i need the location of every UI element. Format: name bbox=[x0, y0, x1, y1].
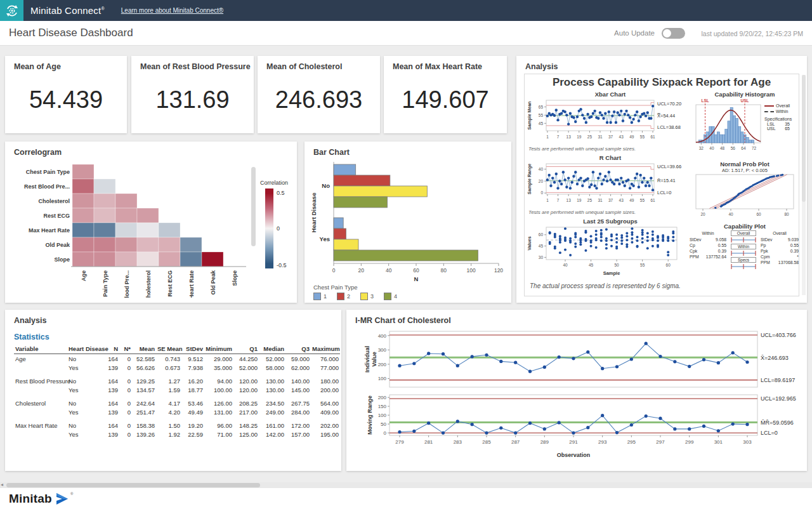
svg-text:1: 1 bbox=[546, 135, 549, 139]
toggle-knob bbox=[663, 29, 671, 37]
svg-text:289: 289 bbox=[540, 439, 549, 445]
colorbar-tick: -0.5 bbox=[277, 262, 287, 268]
minitab-footer-logo[interactable]: Minitab ® bbox=[9, 492, 73, 506]
svg-text:100: 100 bbox=[378, 413, 387, 418]
svg-text:49: 49 bbox=[629, 198, 634, 202]
svg-text:No: No bbox=[322, 182, 330, 189]
svg-text:30: 30 bbox=[539, 255, 544, 260]
svg-text:0: 0 bbox=[332, 267, 336, 274]
svg-text:60: 60 bbox=[666, 263, 671, 267]
correlogram-heatmap[interactable]: Chest Pain TypeRest Blood Pre...Choleste… bbox=[9, 158, 263, 300]
svg-text:LCL=0: LCL=0 bbox=[657, 190, 671, 195]
svg-text:N: N bbox=[414, 275, 419, 282]
table-row: Yes1390139.261.9222.5971.00125.00142.001… bbox=[14, 430, 340, 439]
svg-text:Chest Pain Type: Chest Pain Type bbox=[102, 270, 108, 298]
footer-reg-mark: ® bbox=[70, 492, 73, 496]
svg-text:37: 37 bbox=[608, 135, 613, 139]
svg-text:25: 25 bbox=[587, 135, 593, 139]
horizontal-scrollbar[interactable]: ◂ bbox=[0, 482, 812, 488]
table-row: Yes139056.6260.6737.93835.00052.00058.00… bbox=[14, 363, 340, 372]
svg-text:Cholesterol: Cholesterol bbox=[38, 198, 70, 204]
scrollbar-thumb[interactable] bbox=[6, 483, 260, 487]
svg-text:20: 20 bbox=[358, 267, 365, 274]
svg-text:60: 60 bbox=[756, 212, 761, 216]
svg-text:150: 150 bbox=[378, 404, 387, 409]
kpi-card-rest-bp: Mean of Rest Blood Pressure 131.69 bbox=[131, 56, 254, 133]
svg-text:Max Heart Rate: Max Heart Rate bbox=[29, 227, 70, 234]
svg-text:31: 31 bbox=[598, 135, 603, 139]
kpi-card-max-hr: Mean of Max Heart Rate 149.607 bbox=[384, 56, 507, 133]
svg-text:32: 32 bbox=[699, 146, 704, 150]
svg-text:80: 80 bbox=[441, 267, 447, 274]
xbar-chart[interactable]: 45556517131925313743495561UCL=70.20X̿=54… bbox=[525, 98, 696, 148]
svg-text:200: 200 bbox=[378, 362, 387, 367]
svg-text:56: 56 bbox=[731, 146, 736, 150]
brand-title: Minitab Connect® bbox=[30, 5, 105, 16]
last25-chart[interactable]: 3045604045505560SampleValues bbox=[525, 225, 696, 282]
svg-text:279: 279 bbox=[395, 439, 404, 445]
capability-histogram[interactable]: LSLUSL324048566472 bbox=[691, 97, 764, 161]
svg-text:48: 48 bbox=[720, 146, 725, 150]
kpi-card-cholesterol: Mean of Cholesterol 246.693 bbox=[258, 56, 380, 133]
svg-text:55: 55 bbox=[640, 135, 645, 139]
page-footer: Minitab ® bbox=[0, 488, 812, 509]
minitab-connect-logo[interactable] bbox=[0, 0, 23, 21]
svg-text:281: 281 bbox=[424, 439, 433, 445]
svg-text:13: 13 bbox=[566, 198, 572, 202]
learn-more-link[interactable]: Learn more about Minitab Connect® bbox=[121, 7, 223, 14]
svg-text:45: 45 bbox=[539, 244, 544, 248]
svg-text:Age: Age bbox=[81, 270, 87, 281]
svg-text:Max Heart Rate: Max Heart Rate bbox=[188, 270, 195, 298]
svg-text:Sample Range: Sample Range bbox=[527, 164, 532, 194]
svg-text:UCL=403.766: UCL=403.766 bbox=[761, 332, 796, 338]
svg-text:40: 40 bbox=[728, 212, 733, 216]
minitab-chevron-icon bbox=[55, 492, 70, 506]
last25-title: Last 25 Subgroups bbox=[525, 218, 696, 225]
svg-text:55: 55 bbox=[640, 263, 645, 267]
kpi-value: 131.69 bbox=[131, 86, 254, 114]
individual-value-chart[interactable]: 100200300400UCL=403.766X̄=246.693LCL=89.… bbox=[353, 327, 802, 393]
panel-title: Correlogram bbox=[14, 148, 62, 157]
scroll-left-arrow[interactable]: ◂ bbox=[1, 482, 3, 487]
svg-text:Rest ECG: Rest ECG bbox=[43, 213, 70, 219]
svg-text:65: 65 bbox=[539, 105, 544, 109]
svg-text:50: 50 bbox=[381, 421, 386, 427]
grouped-bar-chart[interactable]: NoYes020406080100120NHeart Disease bbox=[310, 157, 506, 285]
svg-text:LSL: LSL bbox=[701, 98, 709, 103]
auto-update-toggle[interactable] bbox=[662, 28, 685, 39]
normal-prob-plot[interactable]: 20406080 bbox=[692, 173, 797, 223]
svg-text:61: 61 bbox=[650, 135, 655, 139]
correlogram-scrollbar[interactable] bbox=[251, 167, 256, 246]
sixpack-footnote: The actual process spread is represented… bbox=[530, 282, 681, 289]
svg-text:Values: Values bbox=[527, 236, 532, 250]
statistics-link[interactable]: Statistics bbox=[14, 333, 49, 341]
normal-prob-plot-subtitle: AD: 1.517, P: < 0.005 bbox=[691, 168, 799, 173]
xbar-chart-title: Xbar Chart bbox=[525, 91, 696, 98]
svg-text:40: 40 bbox=[709, 146, 714, 150]
analysis-sixpack-card: Analysis Process Capability Sixpack Repo… bbox=[516, 56, 807, 303]
svg-text:37: 37 bbox=[608, 198, 613, 202]
specifications: Specifications LSL35USL65 bbox=[764, 117, 799, 131]
svg-text:Old Peak: Old Peak bbox=[45, 242, 70, 248]
sixpack-report[interactable]: Process Capability Sixpack Report for Ag… bbox=[524, 74, 799, 296]
kpi-label: Mean of Cholesterol bbox=[266, 62, 342, 71]
svg-text:Cholesterol: Cholesterol bbox=[145, 270, 152, 298]
svg-text:293: 293 bbox=[598, 439, 607, 445]
correlogram-card: Correlogram Chest Pain TypeRest Blood Pr… bbox=[5, 142, 297, 303]
capability-plot-title: Capability Plot bbox=[691, 223, 799, 230]
r-chart[interactable]: 0204017131925313743495561UCL=39.66R̄=15.… bbox=[525, 162, 696, 211]
svg-text:49: 49 bbox=[629, 135, 634, 139]
kpi-card-age: Mean of Age 54.439 bbox=[5, 56, 127, 133]
statistics-card: Analysis Statistics VariableHeart Diseas… bbox=[5, 310, 341, 471]
svg-text:R̄=15.41: R̄=15.41 bbox=[657, 178, 676, 183]
svg-text:LCL=38.68: LCL=38.68 bbox=[657, 124, 681, 130]
screen: Minitab Connect® Learn more about Minita… bbox=[0, 0, 812, 509]
svg-text:43: 43 bbox=[619, 198, 624, 202]
moving-range-chart[interactable]: 0501001502002792812832852872892912932952… bbox=[353, 392, 802, 466]
card-scrollbar[interactable] bbox=[802, 75, 806, 295]
auto-update-label: Auto Update bbox=[614, 29, 655, 37]
svg-text:Sample: Sample bbox=[603, 270, 620, 276]
panel-title: I-MR Chart of Cholesterol bbox=[355, 316, 451, 325]
imr-card: I-MR Chart of Cholesterol 100200300400UC… bbox=[346, 310, 807, 471]
svg-text:19: 19 bbox=[577, 135, 582, 139]
